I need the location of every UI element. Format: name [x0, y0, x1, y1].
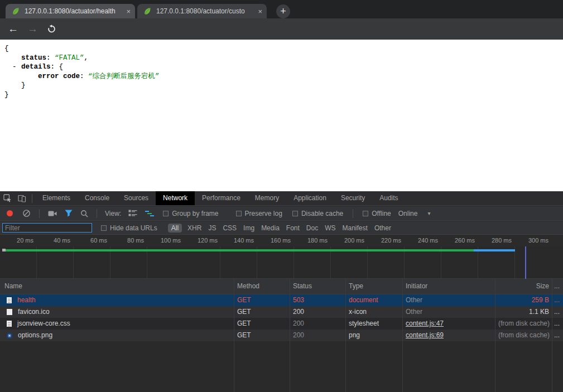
col-status[interactable]: Status	[290, 279, 346, 294]
filter-font[interactable]: Font	[286, 224, 300, 232]
preserve-log-checkbox[interactable]	[236, 211, 242, 216]
hide-data-urls-checkbox[interactable]	[101, 225, 107, 231]
request-name: health	[17, 294, 36, 306]
col-waterfall[interactable]: ...	[552, 279, 563, 294]
tab-console[interactable]: Console	[78, 191, 117, 205]
overview-download-bar	[474, 249, 515, 251]
preserve-log-label: Preserve log	[245, 210, 282, 217]
divider	[353, 209, 353, 218]
filter-img[interactable]: Img	[243, 224, 254, 232]
tab-sources[interactable]: Sources	[117, 191, 156, 205]
forward-icon: →	[27, 18, 38, 40]
filter-funnel-icon[interactable]	[61, 206, 76, 221]
tab-elements[interactable]: Elements	[35, 191, 78, 205]
hide-data-urls-label: Hide data URLs	[110, 224, 157, 232]
request-method: GET	[234, 318, 290, 330]
disable-cache-option[interactable]: Disable cache	[292, 210, 343, 217]
filter-js[interactable]: JS	[208, 224, 216, 232]
screenshot-camera-icon[interactable]	[44, 206, 61, 221]
tab-close-icon[interactable]: ×	[126, 7, 131, 16]
overview-waterfall-icon[interactable]	[141, 206, 158, 221]
filter-input[interactable]	[2, 223, 92, 233]
filter-doc[interactable]: Doc	[306, 224, 318, 232]
search-icon[interactable]	[76, 206, 92, 221]
filter-xhr[interactable]: XHR	[187, 224, 201, 232]
back-icon[interactable]: ←	[8, 18, 18, 40]
network-toolbar: View: Group by frame Preserve log	[0, 206, 563, 221]
table-row-jsonview-core-css[interactable]: jsonview-core.css GET 200 stylesheet con…	[0, 318, 563, 330]
ruler-tick: 20 ms	[0, 237, 33, 244]
throttling-select[interactable]: Online	[398, 210, 418, 217]
request-method: GET	[234, 294, 290, 306]
filter-manifest[interactable]: Manifest	[343, 224, 368, 232]
filter-all-pill[interactable]: All	[168, 224, 182, 233]
json-line: }	[0, 90, 563, 100]
ruler-tick: 180 ms	[294, 237, 328, 244]
image-icon	[7, 333, 12, 338]
request-initiator: Other	[403, 306, 495, 318]
request-status: 200	[290, 306, 346, 318]
page-content-jsonview: { status: “FATAL”, -details: { error cod…	[0, 40, 563, 191]
tab-application[interactable]: Application	[286, 191, 334, 205]
collapse-toggle-icon[interactable]: -	[12, 62, 17, 72]
hide-data-urls-option[interactable]: Hide data URLs	[101, 224, 157, 232]
tab-security[interactable]: Security	[334, 191, 372, 205]
spring-leaf-icon	[143, 7, 152, 16]
filter-css[interactable]: CSS	[223, 224, 237, 232]
record-icon[interactable]	[7, 210, 13, 216]
new-tab-button[interactable]: +	[276, 4, 290, 18]
tab-strip: 127.0.0.1:8080/actuator/health × 127.0.0…	[0, 0, 563, 18]
timeline-ruler: 20 ms 40 ms 60 ms 80 ms 100 ms 120 ms 14…	[0, 235, 563, 246]
disable-cache-checkbox[interactable]	[292, 211, 298, 216]
filter-other[interactable]: Other	[374, 224, 391, 232]
domcontentloaded-line	[525, 246, 526, 279]
tab-actuator-custom[interactable]: 127.0.0.1:8080/actuator/custo ×	[137, 4, 267, 18]
offline-option[interactable]: Offline	[363, 210, 391, 217]
spring-leaf-icon	[11, 7, 20, 16]
tab-close-icon[interactable]: ×	[258, 7, 262, 16]
request-type: x-icon	[346, 306, 403, 318]
chevron-down-icon[interactable]: ▾	[427, 210, 430, 216]
table-row-options-png[interactable]: options.png GET 200 png content.js:69 (f…	[0, 330, 563, 341]
json-line: status: “FATAL”,	[0, 54, 563, 63]
json-close-brace: }	[4, 91, 9, 99]
json-colon: :	[51, 63, 59, 71]
network-overview[interactable]	[0, 246, 563, 279]
group-by-frame-checkbox[interactable]	[163, 211, 169, 216]
col-initiator[interactable]: Initiator	[403, 279, 495, 294]
col-type[interactable]: Type	[346, 279, 403, 294]
ruler-tick: 140 ms	[220, 237, 254, 244]
tab-title: 127.0.0.1:8080/actuator/custo	[156, 7, 254, 15]
request-initiator-link[interactable]: content.js:47	[403, 318, 495, 330]
request-initiator-link[interactable]: content.js:69	[403, 330, 495, 341]
group-by-frame-option[interactable]: Group by frame	[163, 210, 218, 217]
tab-memory[interactable]: Memory	[248, 191, 286, 205]
browser-window: 127.0.0.1:8080/actuator/health × 127.0.0…	[0, 0, 563, 392]
reload-icon[interactable]	[47, 25, 56, 33]
ruler-tick: 120 ms	[184, 237, 218, 244]
filter-media[interactable]: Media	[261, 224, 280, 232]
divider	[39, 209, 40, 218]
inspect-element-icon[interactable]	[0, 191, 15, 205]
tab-audits[interactable]: Audits	[372, 191, 405, 205]
ruler-tick: 80 ms	[110, 237, 144, 244]
col-size[interactable]: Size	[495, 279, 552, 294]
request-status: 200	[290, 318, 346, 330]
preserve-log-option[interactable]: Preserve log	[236, 210, 282, 217]
offline-checkbox[interactable]	[363, 211, 368, 216]
network-filter-bar: Hide data URLs All XHR JS CSS Img Media …	[0, 221, 563, 235]
clear-icon[interactable]	[18, 206, 35, 221]
tab-network[interactable]: Network	[156, 191, 195, 205]
col-method[interactable]: Method	[234, 279, 290, 294]
large-rows-view-icon[interactable]	[124, 206, 141, 221]
table-row-favicon[interactable]: favicon.ico GET 200 x-icon Other 1.1 KB …	[0, 306, 563, 318]
filter-ws[interactable]: WS	[325, 224, 335, 232]
ruler-tick: 60 ms	[74, 237, 107, 244]
device-toolbar-icon[interactable]	[15, 191, 29, 205]
request-size: 259 B	[495, 294, 552, 306]
col-name[interactable]: Name	[0, 279, 234, 294]
tab-actuator-health[interactable]: 127.0.0.1:8080/actuator/health ×	[6, 4, 135, 18]
request-waterfall: ...	[552, 318, 563, 330]
tab-performance[interactable]: Performance	[195, 191, 248, 205]
table-row-health[interactable]: health GET 503 document Other 259 B ...	[0, 294, 563, 306]
